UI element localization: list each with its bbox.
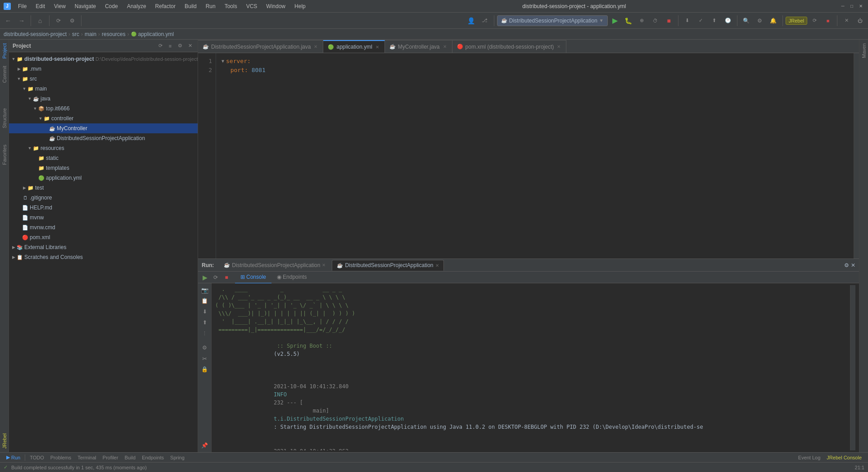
- breadcrumb-resources[interactable]: resources: [102, 31, 126, 37]
- toolbar-vcs-commit-btn[interactable]: ✓: [695, 14, 707, 27]
- run-config-tab-1-close[interactable]: ✕: [322, 263, 326, 268]
- tab-pomxml-close[interactable]: ✕: [556, 44, 561, 50]
- breadcrumb-src[interactable]: src: [72, 31, 79, 37]
- vtab-jrebel[interactable]: JRebel: [0, 430, 9, 452]
- toolbar-power-btn[interactable]: ⏻: [854, 14, 866, 27]
- toolbar-close-all-btn[interactable]: ✕: [840, 14, 853, 27]
- toolbar-vcs-update-btn[interactable]: ⬇: [681, 14, 694, 27]
- run-tool-split[interactable]: ⋮: [200, 328, 210, 338]
- vtab-maven[interactable]: Maven: [860, 40, 868, 62]
- tree-item-mycontroller[interactable]: ☕ MyController: [9, 123, 198, 133]
- debug-button[interactable]: 🐛: [622, 14, 635, 27]
- project-list-icon[interactable]: ≡: [166, 42, 174, 50]
- event-log-btn[interactable]: Event Log: [796, 454, 823, 462]
- close-button[interactable]: ✕: [857, 3, 864, 10]
- expand-scratches[interactable]: ▶: [11, 255, 16, 259]
- toolbar-find-btn[interactable]: 🔍: [740, 14, 753, 27]
- run-config-tab-1[interactable]: ☕ DistributedSessionProjectApplication ✕: [219, 260, 330, 271]
- project-close-icon[interactable]: ✕: [186, 42, 194, 50]
- todo-btn[interactable]: TODO: [27, 454, 47, 462]
- toolbar-jrebel2-btn[interactable]: ⟳: [808, 14, 821, 27]
- run-config-tab-2-close[interactable]: ✕: [435, 263, 439, 268]
- tab-mycontroller-close[interactable]: ✕: [442, 44, 448, 50]
- menu-run[interactable]: Run: [202, 2, 219, 10]
- toolbar-stop2-btn[interactable]: ■: [822, 14, 834, 27]
- expand-java[interactable]: ▼: [27, 96, 32, 101]
- tree-item-package[interactable]: ▼ 📦 top.it6666: [9, 104, 198, 113]
- maximize-button[interactable]: □: [848, 3, 855, 10]
- menu-help[interactable]: Help: [291, 2, 309, 10]
- profiler-btn[interactable]: Profiler: [100, 454, 121, 462]
- expand-mvn[interactable]: ▶: [16, 67, 22, 71]
- minimize-button[interactable]: ─: [839, 3, 846, 10]
- endpoints-bottom-btn[interactable]: Endpoints: [139, 454, 167, 462]
- tree-item-scratches[interactable]: ▶ 📋 Scratches and Consoles: [9, 252, 198, 262]
- tree-item-templates[interactable]: 📁 templates: [9, 163, 198, 173]
- build-btn[interactable]: Build: [122, 454, 138, 462]
- toolbar-git-btn[interactable]: ⎇: [479, 14, 491, 27]
- expand-package[interactable]: ▼: [32, 106, 38, 111]
- expand-src[interactable]: ▼: [16, 77, 22, 81]
- expand-controller[interactable]: ▼: [38, 116, 43, 121]
- expand-root[interactable]: ▼: [11, 57, 16, 61]
- run-settings-icon[interactable]: ⚙: [844, 262, 849, 268]
- vtab-structure[interactable]: Structure: [0, 104, 9, 132]
- console-tab[interactable]: ⊞ Console: [235, 271, 271, 284]
- run-tool-up[interactable]: ⬆: [200, 318, 210, 327]
- tree-item-mvnw[interactable]: 📄 mvnw: [9, 213, 198, 222]
- spring-btn[interactable]: Spring: [167, 454, 187, 462]
- breadcrumb-main[interactable]: main: [85, 31, 96, 37]
- vtab-commit[interactable]: Commit: [0, 62, 9, 86]
- run-config-tab-2[interactable]: ☕ DistributedSessionProjectApplication ✕: [332, 260, 443, 271]
- toolbar-notifications-btn[interactable]: 🔔: [767, 14, 780, 27]
- run-tool-pin[interactable]: 📌: [200, 440, 210, 450]
- profile-btn[interactable]: ⏱: [649, 14, 662, 27]
- editor-scrollbar[interactable]: [854, 53, 859, 259]
- menu-tools[interactable]: Tools: [221, 2, 241, 10]
- toolbar-vcs-push-btn[interactable]: ⬆: [708, 14, 721, 27]
- tree-item-mvn[interactable]: ▶ 📁 .mvn: [9, 64, 198, 74]
- run-reload-btn[interactable]: ⟳: [211, 272, 221, 282]
- run-tool-scissors[interactable]: ✂: [200, 354, 210, 363]
- tree-item-extlib[interactable]: ▶ 📚 External Libraries: [9, 242, 198, 252]
- expand-test[interactable]: ▶: [22, 186, 27, 190]
- run-button[interactable]: ▶: [609, 14, 621, 27]
- tree-item-appyml[interactable]: 🟢 application.yml: [9, 173, 198, 183]
- tree-item-src[interactable]: ▼ 📁 src: [9, 74, 198, 84]
- toolbar-sync-btn[interactable]: ⟳: [52, 14, 65, 27]
- jrebel-console-btn[interactable]: JRebel Console: [824, 454, 864, 462]
- menu-analyze[interactable]: Analyze: [123, 2, 150, 10]
- toolbar-history-btn[interactable]: 🕐: [722, 14, 734, 27]
- menu-view[interactable]: View: [50, 2, 69, 10]
- toolbar-forward-btn[interactable]: →: [15, 14, 28, 27]
- expand-main[interactable]: ▼: [22, 86, 27, 91]
- code-area[interactable]: ▼ server: port: 8081: [216, 53, 854, 259]
- tree-item-resources[interactable]: ▼ 📁 resources: [9, 143, 198, 153]
- menu-navigate[interactable]: Navigate: [71, 2, 99, 10]
- toolbar-back-btn[interactable]: ←: [2, 14, 14, 27]
- menu-build[interactable]: Build: [181, 2, 200, 10]
- run-with-coverage-btn[interactable]: ⊕: [636, 14, 648, 27]
- vtab-project[interactable]: Project: [0, 40, 9, 62]
- tab-pomxml[interactable]: 🔴 pom.xml (distributed-session-project) …: [452, 40, 567, 53]
- vtab-favorites[interactable]: Favorites: [0, 141, 9, 168]
- problems-btn[interactable]: Problems: [48, 454, 74, 462]
- endpoints-tab[interactable]: ◉ Endpoints: [271, 271, 312, 284]
- run-tool-lock[interactable]: 🔒: [200, 364, 210, 374]
- run-tool-cog2[interactable]: ⚙: [200, 343, 210, 353]
- project-settings-icon[interactable]: ⚙: [176, 42, 184, 50]
- run-tool-down[interactable]: ⬇: [200, 307, 210, 317]
- menu-edit[interactable]: Edit: [32, 2, 49, 10]
- expand-resources[interactable]: ▼: [27, 146, 32, 150]
- tree-item-test[interactable]: ▶ 📁 test: [9, 183, 198, 193]
- fold-icon-1[interactable]: ▼: [222, 57, 224, 66]
- tree-item-main[interactable]: ▼ 📁 main: [9, 84, 198, 94]
- toolbar-search-btn[interactable]: 👤: [465, 14, 478, 27]
- tree-item-controller[interactable]: ▼ 📁 controller: [9, 113, 198, 123]
- menu-code[interactable]: Code: [101, 2, 122, 10]
- jrebel-badge[interactable]: JRebel: [786, 17, 807, 25]
- run-tool-clipboard[interactable]: 📋: [200, 296, 210, 306]
- tree-item-mvnwcmd[interactable]: 📄 mvnw.cmd: [9, 222, 198, 232]
- run-play-btn[interactable]: ▶: [200, 272, 210, 282]
- tree-item-gitignore[interactable]: 🗒 .gitignore: [9, 193, 198, 203]
